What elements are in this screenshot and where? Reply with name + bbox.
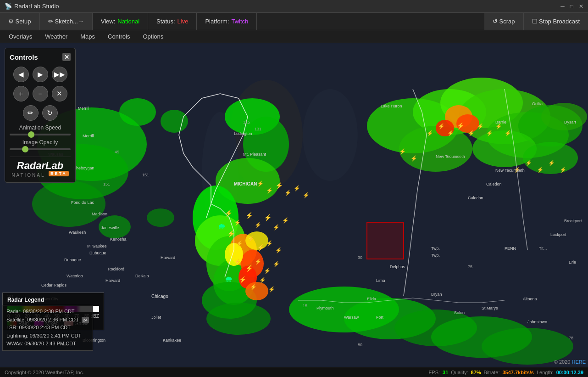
rewind-button[interactable]: ◀ [13, 67, 29, 82]
svg-text:Barrie: Barrie [495, 120, 506, 124]
playback-controls: ◀ ▶ ▶▶ [10, 67, 71, 82]
map-copyright: © 2020 HERE [554, 359, 586, 365]
svg-text:Merrill: Merrill [78, 106, 89, 111]
svg-text:Johnstown: Johnstown [527, 320, 547, 324]
view-label: View: [101, 18, 116, 25]
svg-text:Fond du Lac: Fond du Lac [71, 200, 94, 205]
zoom-controls: ＋ － ✕ [10, 86, 71, 101]
svg-text:⚡: ⚡ [245, 264, 254, 272]
menu-options[interactable]: Options [136, 31, 170, 42]
svg-text:78: 78 [569, 336, 573, 340]
menu-controls[interactable]: Controls [101, 31, 136, 42]
length-value: 00:00:12.39 [556, 370, 583, 375]
lsr-timestamp: LSR: 09/30/20 2:43 PM CDT [6, 324, 89, 332]
svg-text:⚡: ⚡ [264, 214, 272, 222]
toolbar: ⚙ Setup ✏ Sketch...→ View: National Stat… [0, 13, 588, 30]
wwas-timestamp: WWAs: 09/30/20 2:43 PM CDT [6, 340, 89, 348]
svg-point-4 [303, 89, 358, 181]
zoom-reset-button[interactable]: － [33, 86, 48, 101]
maximize-button[interactable]: □ [570, 3, 573, 10]
svg-text:MICHIGAN: MICHIGAN [234, 181, 257, 186]
zoom-out-button[interactable]: ✕ [52, 86, 67, 101]
svg-text:Dubuque: Dubuque [89, 251, 106, 255]
svg-text:⚡: ⚡ [548, 159, 555, 166]
platform-label: Platform: [205, 18, 229, 25]
svg-text:⚡: ⚡ [537, 166, 544, 173]
image-opacity-container: Image Opacity [10, 139, 71, 150]
minimize-button[interactable]: ─ [560, 3, 565, 10]
svg-text:⚡: ⚡ [245, 212, 254, 219]
setup-button[interactable]: ⚙ Setup [0, 13, 40, 30]
svg-text:Lake Huron: Lake Huron [381, 104, 402, 108]
svg-text:Delphos: Delphos [390, 264, 405, 269]
svg-text:Solon: Solon [454, 310, 465, 315]
svg-text:Elida: Elida [367, 297, 376, 301]
svg-text:🌧: 🌧 [218, 222, 226, 231]
extra-controls: ✏ ↻ [10, 105, 71, 121]
status-label: Status: [156, 18, 175, 25]
svg-text:⚡: ⚡ [468, 129, 475, 136]
svg-text:⚡: ⚡ [486, 129, 493, 136]
svg-text:Caledon: Caledon [486, 182, 502, 186]
svg-text:Caledon: Caledon [468, 196, 483, 200]
svg-text:⚡: ⚡ [259, 276, 266, 283]
play-button[interactable]: ▶ [33, 67, 48, 82]
animation-speed-thumb[interactable] [28, 131, 34, 138]
svg-rect-45 [367, 222, 404, 259]
refresh-button[interactable]: ↻ [42, 105, 58, 121]
platform-info: Platform: Twitch [197, 13, 257, 30]
quality-value: 87% [471, 370, 481, 375]
app-title: 📡 RadarLab Studio [5, 3, 59, 10]
svg-text:Kenosha: Kenosha [110, 237, 127, 242]
svg-text:⚡: ⚡ [275, 182, 283, 190]
svg-text:Madison: Madison [92, 212, 107, 216]
svg-text:⚡: ⚡ [250, 283, 257, 290]
svg-text:Fort: Fort [376, 315, 384, 320]
svg-point-29 [399, 126, 472, 172]
stop-broadcast-button[interactable]: ☐ Stop Broadcast [524, 13, 588, 30]
svg-point-39 [161, 110, 188, 133]
controls-close-button[interactable]: ✕ [62, 53, 71, 61]
close-button[interactable]: ✕ [579, 3, 583, 10]
svg-text:⚡: ⚡ [447, 129, 454, 136]
menu-overlays[interactable]: Overlays [2, 31, 39, 42]
svg-text:⚡: ⚡ [438, 123, 445, 129]
fps-value: 31 [443, 370, 448, 375]
svg-text:80: 80 [358, 343, 362, 347]
svg-text:⚡: ⚡ [239, 276, 247, 284]
sketch-button[interactable]: ✏ Sketch...→ [40, 13, 93, 30]
image-opacity-track [10, 148, 71, 150]
forward-button[interactable]: ▶▶ [52, 67, 67, 82]
animation-speed-track [10, 134, 71, 135]
svg-text:Ludington: Ludington [234, 131, 252, 136]
menu-weather[interactable]: Weather [39, 31, 74, 42]
svg-text:⚡: ⚡ [234, 219, 241, 226]
controls-title: Controls [10, 53, 38, 61]
window-controls[interactable]: ─ □ ✕ [560, 3, 583, 10]
svg-text:⚡: ⚡ [505, 129, 511, 136]
svg-text:Orillia: Orillia [532, 101, 543, 106]
menu-maps[interactable]: Maps [74, 31, 101, 42]
svg-text:30: 30 [358, 255, 362, 260]
length-label: Length: [537, 370, 554, 375]
status-info: Status: Live [148, 13, 197, 30]
edit-button[interactable]: ✏ [23, 105, 39, 121]
svg-point-38 [119, 98, 156, 126]
satellite-badge: 24 [82, 317, 89, 323]
svg-text:⚡: ⚡ [399, 148, 406, 155]
zoom-in-button[interactable]: ＋ [13, 86, 29, 101]
satellite-timestamp: Satellite: 09/30/20 2:36 PM CDT 24 [6, 316, 89, 324]
svg-text:Lima: Lima [376, 278, 385, 283]
quality-label: Quality: [451, 370, 468, 375]
svg-text:Milwaukee: Milwaukee [87, 244, 107, 248]
svg-text:Erie: Erie [569, 260, 576, 264]
scrap-button[interactable]: ↺ Scrap [484, 13, 524, 30]
svg-text:Cedar Rapids: Cedar Rapids [41, 283, 67, 287]
logo-text: RadarLab [10, 161, 71, 171]
svg-text:Sheboygan: Sheboygan [73, 166, 94, 170]
image-opacity-thumb[interactable] [22, 146, 28, 152]
svg-text:Kankakee: Kankakee [163, 338, 181, 343]
here-link[interactable]: HERE [571, 359, 586, 365]
fps-label: FPS: [429, 370, 440, 375]
svg-point-43 [523, 142, 578, 174]
